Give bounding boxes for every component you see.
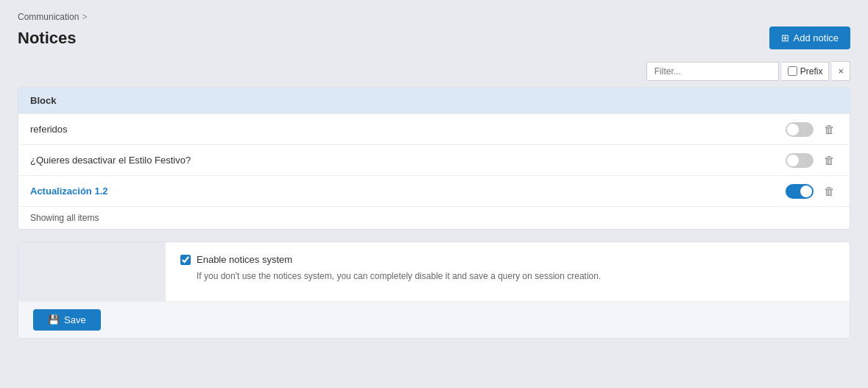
add-notice-label: Add notice xyxy=(794,32,839,43)
breadcrumb: Communication > xyxy=(18,12,850,22)
toggle-slider-3 xyxy=(786,184,814,199)
filter-input[interactable] xyxy=(646,62,779,81)
toggle-1[interactable] xyxy=(786,122,814,137)
prefix-checkbox[interactable] xyxy=(788,66,797,76)
row-actions-3: 🗑 xyxy=(786,183,838,199)
clear-filter-button[interactable]: × xyxy=(832,61,850,81)
trash-icon-1: 🗑 xyxy=(824,123,835,135)
notice-label-1: referidos xyxy=(30,124,68,135)
prefix-text: Prefix xyxy=(800,66,823,77)
page-header: Notices ⊞ Add notice xyxy=(18,27,850,49)
settings-card-footer: 💾 Save xyxy=(18,301,850,338)
table-header: Block xyxy=(18,88,850,113)
delete-button-3[interactable]: 🗑 xyxy=(821,183,838,199)
breadcrumb-parent[interactable]: Communication xyxy=(18,12,79,22)
breadcrumb-separator: > xyxy=(82,12,87,22)
showing-all-label: Showing all items xyxy=(18,206,850,229)
filter-row: Prefix × xyxy=(18,61,850,81)
table-row: Actualización 1.2 🗑 xyxy=(18,175,850,206)
delete-button-1[interactable]: 🗑 xyxy=(821,121,838,137)
trash-icon-3: 🗑 xyxy=(824,185,835,197)
save-button[interactable]: 💾 Save xyxy=(33,309,101,331)
page-title: Notices xyxy=(18,29,76,48)
settings-card-left xyxy=(18,242,166,301)
plus-icon: ⊞ xyxy=(781,32,789,43)
settings-card-right: Enable notices system If you don't use t… xyxy=(166,242,850,294)
add-notice-button[interactable]: ⊞ Add notice xyxy=(769,27,850,49)
save-label: Save xyxy=(64,314,86,325)
save-icon: 💾 xyxy=(48,314,60,325)
settings-card: Enable notices system If you don't use t… xyxy=(18,241,850,339)
enable-notices-description: If you don't use the notices system, you… xyxy=(180,269,835,283)
row-actions-1: 🗑 xyxy=(786,121,838,137)
notice-label-2: ¿Quieres desactivar el Estilo Festivo? xyxy=(30,155,191,166)
toggle-slider-2 xyxy=(786,153,814,168)
row-actions-2: 🗑 xyxy=(786,152,838,168)
notice-label-3[interactable]: Actualización 1.2 xyxy=(30,186,107,197)
toggle-2[interactable] xyxy=(786,153,814,168)
enable-notices-checkbox[interactable] xyxy=(180,255,191,265)
trash-icon-2: 🗑 xyxy=(824,154,835,166)
prefix-label[interactable]: Prefix xyxy=(782,62,830,81)
enable-notice-row: Enable notices system xyxy=(180,254,835,265)
toggle-slider-1 xyxy=(786,122,814,137)
table-row: ¿Quieres desactivar el Estilo Festivo? 🗑 xyxy=(18,144,850,175)
toggle-3[interactable] xyxy=(786,184,814,199)
enable-notices-label: Enable notices system xyxy=(197,254,292,265)
clear-icon: × xyxy=(838,66,844,77)
table-row: referidos 🗑 xyxy=(18,113,850,144)
delete-button-2[interactable]: 🗑 xyxy=(821,152,838,168)
settings-card-body: Enable notices system If you don't use t… xyxy=(18,242,850,301)
notices-table: Block referidos 🗑 ¿Quieres desactivar el… xyxy=(18,87,850,230)
